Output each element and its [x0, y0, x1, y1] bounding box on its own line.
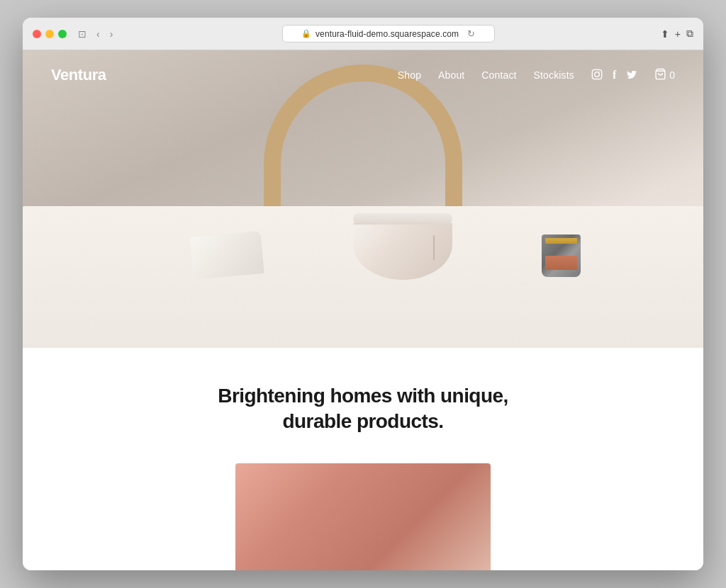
close-button[interactable]	[33, 30, 41, 38]
hero-section: Ventura Shop About Contact Stockists	[23, 50, 703, 348]
svg-rect-0	[592, 69, 601, 79]
nav-contact[interactable]: Contact	[481, 69, 516, 81]
site-content: Ventura Shop About Contact Stockists	[23, 50, 703, 570]
cart-count: 0	[669, 69, 675, 81]
url-text: ventura-fluid-demo.squarespace.com	[315, 29, 459, 39]
nav-right: Shop About Contact Stockists f	[398, 68, 675, 82]
svg-point-2	[599, 71, 600, 72]
tagline: Brightening homes with unique, durable p…	[218, 383, 508, 435]
site-navigation: Ventura Shop About Contact Stockists	[23, 50, 703, 100]
cup-stripe-gold	[545, 238, 577, 244]
small-cup-decoration	[542, 234, 581, 281]
share-button[interactable]: ⬆	[661, 28, 669, 40]
browser-controls: ⊡ ‹ ›	[75, 28, 116, 40]
browser-window: ⊡ ‹ › 🔒 ventura-fluid-demo.squarespace.c…	[23, 18, 703, 570]
instagram-icon[interactable]	[591, 69, 603, 82]
bowl-decoration	[353, 213, 452, 277]
maximize-button[interactable]	[58, 30, 67, 38]
minimize-button[interactable]	[45, 30, 54, 38]
cart-icon	[654, 68, 666, 82]
products-row	[51, 463, 675, 570]
svg-point-1	[595, 72, 600, 77]
url-bar[interactable]: 🔒 ventura-fluid-demo.squarespace.com ↻	[282, 25, 495, 43]
nav-stockists[interactable]: Stockists	[534, 69, 574, 81]
site-logo[interactable]: Ventura	[51, 66, 106, 84]
back-button[interactable]: ‹	[94, 28, 103, 40]
new-tab-button[interactable]: +	[675, 28, 681, 40]
forward-button[interactable]: ›	[107, 28, 116, 40]
address-bar: 🔒 ventura-fluid-demo.squarespace.com ↻	[124, 25, 652, 43]
cloth-decoration	[190, 231, 264, 279]
cup-body	[542, 234, 581, 277]
tagline-line1: Brightening homes with unique,	[218, 385, 508, 407]
content-section: Brightening homes with unique, durable p…	[23, 348, 703, 570]
browser-actions: ⬆ + ⧉	[661, 28, 693, 40]
cup-stripe	[545, 256, 577, 270]
tagline-line2: durable products.	[283, 410, 444, 432]
tile-button[interactable]: ⧉	[686, 28, 693, 40]
lock-icon: 🔒	[301, 29, 311, 38]
refresh-button[interactable]: ↻	[467, 28, 475, 39]
product-thumbnail-1[interactable]	[235, 463, 491, 570]
traffic-lights	[33, 30, 67, 38]
bowl-drip	[433, 235, 435, 260]
bowl-body	[353, 223, 452, 280]
twitter-icon[interactable]	[626, 69, 637, 82]
nav-shop[interactable]: Shop	[398, 69, 421, 81]
facebook-icon[interactable]: f	[613, 69, 616, 81]
sidebar-toggle-button[interactable]: ⊡	[75, 28, 89, 40]
social-icons: f	[591, 69, 637, 82]
nav-about[interactable]: About	[438, 69, 464, 81]
browser-chrome: ⊡ ‹ › 🔒 ventura-fluid-demo.squarespace.c…	[23, 18, 703, 50]
cart-link[interactable]: 0	[654, 68, 675, 82]
